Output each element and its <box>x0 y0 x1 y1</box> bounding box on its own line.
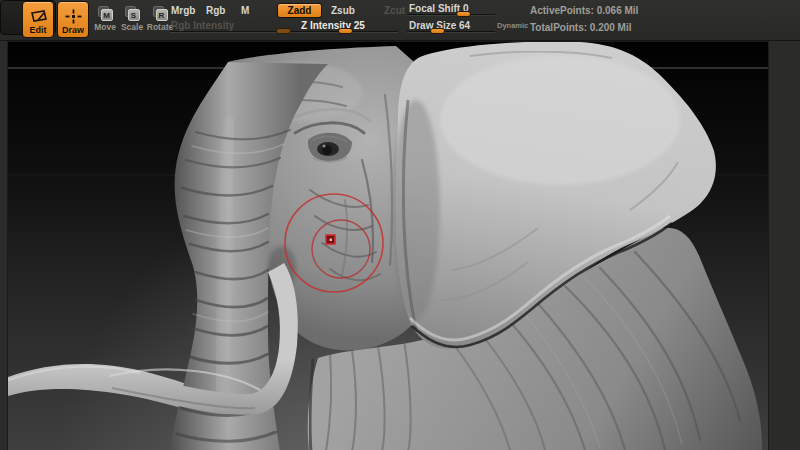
draw-cursor-icon <box>65 7 82 25</box>
edit-marquee-icon <box>29 7 48 25</box>
sculpt-viewport[interactable] <box>8 42 768 450</box>
draw-size-slider-track[interactable] <box>407 31 495 32</box>
draw-label: Draw <box>62 25 84 35</box>
active-points-stat: ActivePoints: 0.066 Mil <box>530 5 638 16</box>
rgb-intensity-slider-handle[interactable] <box>276 28 291 34</box>
zadd-label: Zadd <box>288 5 312 16</box>
dynamic-toggle[interactable]: Dynamic <box>497 21 528 30</box>
draw-size-slider-handle[interactable] <box>430 28 445 34</box>
edit-label: Edit <box>30 25 47 35</box>
z-intensity-label: Z Intensity 25 <box>301 20 365 31</box>
rgb-button[interactable]: Rgb <box>206 5 225 16</box>
scale-button[interactable]: S Scale <box>117 6 147 36</box>
mrgb-button[interactable]: Mrgb <box>171 5 195 16</box>
scale-label: Scale <box>121 22 143 32</box>
zadd-button[interactable]: Zadd <box>277 3 322 18</box>
z-intensity-slider-handle[interactable] <box>338 28 353 34</box>
focal-shift-slider-track[interactable] <box>407 14 495 15</box>
scale-icon: S <box>125 6 140 20</box>
edit-button[interactable]: Edit <box>22 1 54 38</box>
draw-button[interactable]: Draw <box>57 1 89 38</box>
draw-size-value: 64 <box>459 20 470 31</box>
z-intensity-value: 25 <box>354 20 365 31</box>
move-icon: M <box>98 6 113 20</box>
rotate-icon: R <box>153 6 168 20</box>
m-button[interactable]: M <box>241 5 249 16</box>
rgb-intensity-label: Rgb Intensity <box>171 20 234 31</box>
move-button[interactable]: M Move <box>90 6 120 36</box>
document-canvas[interactable] <box>8 42 768 450</box>
workspace <box>0 41 800 450</box>
total-points-stat: TotalPoints: 0.200 Mil <box>530 22 632 33</box>
top-shelf: k tch Edit Draw M <box>0 0 800 41</box>
focal-shift-slider-handle[interactable] <box>456 11 471 17</box>
zsub-button[interactable]: Zsub <box>331 5 355 16</box>
total-points-value: 0.200 Mil <box>590 22 632 33</box>
active-points-value: 0.066 Mil <box>597 5 639 16</box>
zcut-button[interactable]: Zcut <box>384 5 405 16</box>
move-label: Move <box>94 22 116 32</box>
